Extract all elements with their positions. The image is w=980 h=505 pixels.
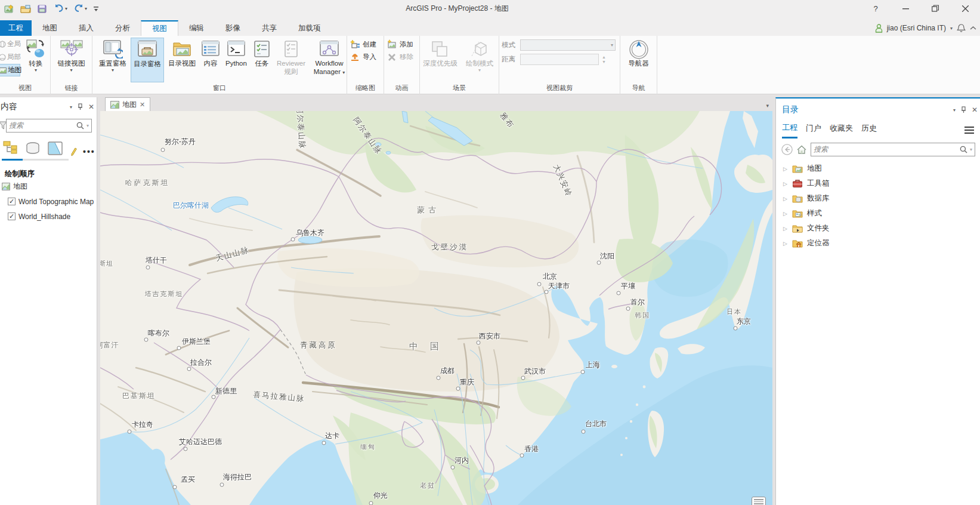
open-project-button[interactable]	[18, 4, 33, 14]
expand-caret-icon[interactable]: ▷	[783, 181, 788, 187]
catalog-item-定位器[interactable]: ▷定位器	[776, 236, 980, 251]
edit-pencil-icon[interactable]	[70, 147, 77, 156]
distance-spinner-arrows[interactable]: ▲▼	[602, 56, 606, 64]
redo-button[interactable]: ▾	[72, 3, 89, 14]
pin-icon[interactable]	[961, 106, 966, 113]
catalog-pane-menu-caret[interactable]: ▾	[953, 107, 956, 113]
undo-button[interactable]: ▾	[52, 3, 69, 14]
workflow-dropdown-caret[interactable]: ▾	[342, 70, 345, 75]
expand-caret-icon[interactable]: ▷	[783, 211, 788, 217]
undo-dropdown-caret[interactable]: ▾	[65, 6, 67, 11]
layer-checkbox[interactable]: ✓	[8, 198, 16, 205]
convert-dropdown-caret[interactable]: ▾	[35, 68, 37, 73]
mode-dropdown[interactable]: ▾	[520, 39, 616, 51]
catalog-menu-icon[interactable]	[964, 127, 974, 134]
minimize-button[interactable]	[891, 0, 920, 17]
expand-caret-icon[interactable]: ▷	[783, 226, 788, 232]
workflow-manager-button[interactable]: Workflow Manager ▾	[310, 38, 349, 82]
ribbon-tab-分析[interactable]: 分析	[104, 20, 141, 36]
catalog-item-地图[interactable]: ▷地图	[776, 161, 980, 176]
tasks-pane-button[interactable]: 任务	[251, 38, 273, 82]
map-document-tab[interactable]: 地图 ✕	[105, 97, 150, 111]
expand-caret-icon[interactable]: ▷	[783, 166, 788, 172]
catalog-view-button[interactable]: 目录视图	[165, 38, 199, 82]
list-by-selection-tab[interactable]	[47, 141, 64, 156]
ribbon-tab-工程[interactable]: 工程	[0, 20, 32, 36]
tab-strip-overflow-caret[interactable]: ▾	[766, 103, 769, 109]
catalog-search-input[interactable]: 搜索 ▾	[811, 143, 975, 156]
contents-search-input[interactable]: 搜索 ▾	[6, 119, 92, 133]
catalog-tab-门户[interactable]: 门户	[806, 123, 821, 137]
notifications-bell-icon[interactable]	[957, 23, 966, 33]
help-button[interactable]: ?	[861, 0, 891, 17]
ribbon-tab-影像[interactable]: 影像	[215, 20, 251, 36]
expand-caret-icon[interactable]: ▷	[783, 241, 788, 247]
reset-panes-dropdown-caret[interactable]: ▾	[112, 68, 114, 73]
catalog-item-样式[interactable]: ▷样式	[776, 206, 980, 221]
import-thumbnail-button[interactable]: 导入	[350, 52, 381, 62]
map-tree-item[interactable]: 地图	[0, 179, 97, 194]
redo-dropdown-caret[interactable]: ▾	[85, 6, 87, 11]
account-dropdown-caret[interactable]: ▾	[950, 26, 953, 31]
map-tab-close-icon[interactable]: ✕	[140, 101, 145, 109]
search-options-caret[interactable]: ▾	[970, 147, 972, 152]
layer-item[interactable]: ✓World_Hillshade	[0, 209, 97, 224]
pin-icon[interactable]	[78, 103, 83, 110]
python-window-button[interactable]: Python	[222, 38, 250, 82]
catalog-pane-close-icon[interactable]: ✕	[972, 106, 978, 114]
reviewer-rules-button[interactable]: Reviewer 规则	[274, 38, 308, 82]
catalog-item-文件夹[interactable]: ▷文件夹	[776, 221, 980, 236]
customize-quick-access-button[interactable]	[91, 4, 101, 13]
map-viewport[interactable]: 努尔-苏丹塔什干乌鲁木齐喀布尔伊斯兰堡拉合尔新德里卡拉奇艾哈迈达巴德孟买海得拉巴…	[100, 111, 772, 505]
mode-dropdown-caret[interactable]: ▾	[611, 42, 613, 48]
home-icon[interactable]	[796, 144, 807, 155]
collapse-ribbon-chevron-icon[interactable]	[970, 26, 976, 30]
list-by-drawing-order-tab[interactable]	[2, 141, 18, 156]
global-scene-button[interactable]: 全局	[0, 38, 20, 50]
depth-priority-button[interactable]: 深度优先级	[422, 38, 459, 82]
ribbon-tab-插入[interactable]: 插入	[68, 20, 104, 36]
catalog-item-数据库[interactable]: ▷数据库	[776, 191, 980, 206]
add-animation-button[interactable]: 添加	[387, 39, 417, 50]
contents-pane-close-icon[interactable]: ✕	[88, 103, 94, 111]
remove-animation-button[interactable]: 移除	[387, 52, 417, 62]
catalog-tab-工程[interactable]: 工程	[782, 122, 797, 138]
new-project-button[interactable]	[2, 4, 16, 14]
contents-pane-menu-caret[interactable]: ▾	[70, 104, 72, 110]
ribbon-tab-视图[interactable]: 视图	[141, 20, 178, 36]
ribbon-tab-共享[interactable]: 共享	[251, 20, 287, 36]
close-button[interactable]	[950, 0, 980, 17]
back-arrow-icon[interactable]	[781, 144, 793, 155]
layer-item[interactable]: ✓World Topographic Map	[0, 194, 97, 209]
catalog-item-工具箱[interactable]: ▷工具箱	[776, 176, 980, 191]
ribbon-tab-编辑[interactable]: 编辑	[178, 20, 215, 36]
ribbon-tab-地图[interactable]: 地图	[32, 20, 68, 36]
restore-button[interactable]	[920, 0, 950, 17]
expand-caret-icon[interactable]: ▷	[783, 196, 788, 202]
link-views-button[interactable]: 链接视图 ▾	[53, 38, 90, 82]
layer-checkbox[interactable]: ✓	[8, 213, 16, 220]
catalog-tab-历史[interactable]: 历史	[861, 123, 877, 137]
catalog-tab-收藏夹[interactable]: 收藏夹	[830, 123, 853, 137]
city-dot	[582, 430, 586, 434]
list-by-data-source-tab[interactable]	[24, 141, 41, 156]
contents-pane-button[interactable]: 内容	[200, 38, 221, 82]
convert-button[interactable]: 转换 ▾	[20, 38, 51, 82]
reset-panes-button[interactable]: 重置窗格 ▾	[96, 38, 129, 82]
local-scene-button[interactable]: 局部	[0, 51, 20, 63]
ribbon-tab-加载项[interactable]: 加载项	[287, 20, 332, 36]
draw-mode-dropdown-caret[interactable]: ▾	[478, 68, 481, 73]
navigator-button[interactable]: 导航器	[622, 38, 656, 82]
map-corner-page-icon[interactable]	[752, 497, 766, 505]
search-options-caret[interactable]: ▾	[86, 123, 89, 128]
link-views-dropdown-caret[interactable]: ▾	[70, 68, 72, 73]
more-tabs-ellipsis[interactable]: •••	[83, 147, 95, 156]
draw-mode-button[interactable]: 绘制模式 ▾	[462, 38, 497, 82]
map-view-button[interactable]: 地图	[0, 64, 20, 76]
filter-funnel-icon[interactable]	[0, 121, 7, 130]
signed-in-user[interactable]: jiao (Esri China IT)	[887, 24, 946, 32]
distance-input[interactable]	[520, 54, 599, 65]
save-project-button[interactable]	[35, 4, 50, 14]
create-thumbnail-button[interactable]: 创建	[350, 39, 381, 50]
catalog-pane-button[interactable]: 目录窗格	[131, 38, 164, 82]
